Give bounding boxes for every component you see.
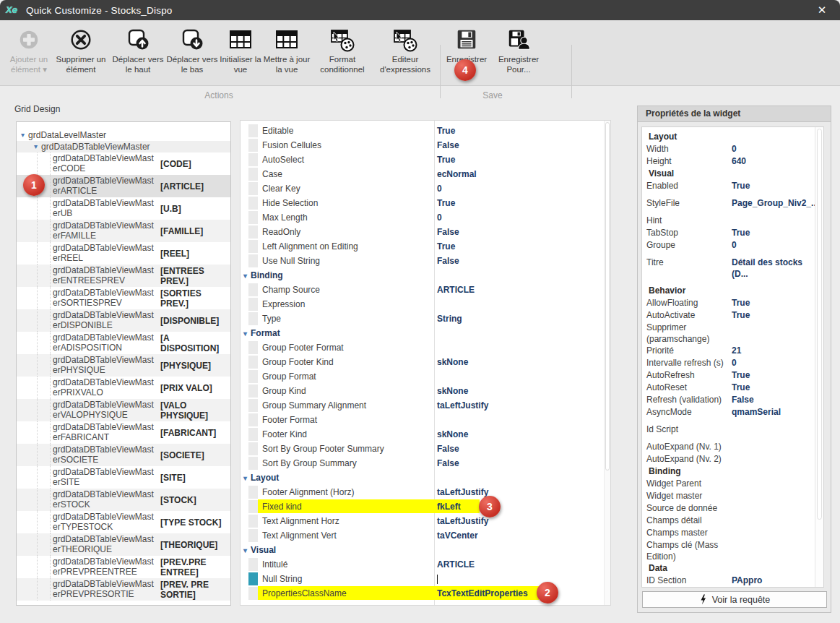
widget-property-row[interactable]: ID QueryL_StockDispo [646, 587, 813, 588]
widget-section-row[interactable]: Data [646, 562, 813, 575]
widget-section-row[interactable]: Behavior [646, 285, 813, 297]
widget-property-row[interactable]: AllowFloatingTrue [646, 297, 813, 309]
property-row[interactable]: Group Footer KindskNone [241, 355, 610, 369]
save-for-button[interactable]: Enregistrer Pour... [491, 25, 546, 74]
tree-column-row[interactable]: grdDataDBTableViewMasterFABRICANT[FABRIC… [17, 421, 230, 444]
property-row[interactable]: EditableTrue [241, 124, 610, 138]
widget-property-row[interactable]: ID SectionPAppro [646, 575, 813, 587]
property-row[interactable]: ReadOnlyFalse [241, 225, 610, 239]
tree-column-row[interactable]: grdDataDBTableViewMasterADISPOSITION[A D… [17, 332, 230, 354]
widget-property-row[interactable]: Refresh (validation)False [646, 394, 813, 406]
tree-column-row[interactable]: grdDataDBTableViewMasterDISPONIBLE[DISPO… [17, 309, 230, 332]
widget-property-row[interactable]: AutoExpand (Nv. 1) [646, 441, 813, 453]
tree-column-row[interactable]: grdDataDBTableViewMasterSTOCK[STOCK] [17, 489, 230, 511]
property-row[interactable]: IntituléARTICLE [241, 557, 610, 572]
widget-section-row[interactable]: Visual [646, 168, 813, 180]
property-row[interactable]: Sort By Group Footer SummaryFalse [241, 442, 610, 456]
widget-property-row[interactable]: Widget master [646, 490, 813, 502]
widget-property-row[interactable]: Width0 [646, 143, 813, 155]
widget-property-row[interactable]: Priorité21 [646, 345, 813, 357]
tree-node-tableview[interactable]: ▾grdDataDBTableViewMaster [17, 141, 230, 152]
widget-scrollbar[interactable] [815, 127, 823, 587]
property-row[interactable]: Footer Alignment (Horz)taLeftJustify [241, 485, 610, 499]
widget-property-row[interactable]: Id Script [646, 424, 813, 436]
property-row[interactable]: Expression [241, 297, 610, 312]
property-section-row[interactable]: ▾Binding [241, 268, 610, 283]
tree-column-row[interactable]: grdDataDBTableViewMasterTYPESTOCK[TYPE S… [17, 511, 230, 533]
property-row[interactable]: Group KindskNone [241, 384, 610, 398]
middle-scrollbar[interactable] [604, 121, 610, 605]
property-row[interactable]: Hide SelectionTrue [241, 196, 610, 210]
property-row[interactable]: Fixed kindfkLeft [241, 499, 610, 514]
tree-column-row[interactable]: grdDataDBTableViewMasterARTICLE[ARTICLE] [17, 175, 230, 197]
tree-column-row[interactable]: grdDataDBTableViewMasterSOCIETE[SOCIETE] [17, 444, 230, 466]
widget-property-row[interactable]: Hint [646, 215, 813, 227]
property-row[interactable]: Use Null StringFalse [241, 254, 610, 268]
widget-property-name: Hint [646, 215, 732, 227]
tree-column-row[interactable]: grdDataDBTableViewMasterCODE[CODE] [17, 152, 230, 175]
property-section-row[interactable]: ▾Visual [241, 543, 610, 557]
property-section-row[interactable]: ▾Layout [241, 471, 610, 485]
widget-property-row[interactable]: Champs détail [646, 515, 813, 527]
widget-property-row[interactable]: AsyncModeqmamSerial [646, 406, 813, 418]
tree-column-row[interactable]: grdDataDBTableViewMasterENTREESPREV[ENTR… [17, 265, 230, 287]
move-up-button[interactable]: Déplacer vers le haut [110, 25, 166, 74]
property-row[interactable]: Group Summary AlignmenttaLeftJustify [241, 398, 610, 413]
tree-column-row[interactable]: grdDataDBTableViewMasterTHEORIQUE[THEORI… [17, 533, 230, 556]
widget-property-row[interactable]: Widget Parent [646, 478, 813, 490]
widget-property-row[interactable]: EnabledTrue [646, 180, 813, 192]
property-row[interactable]: CaseecNormal [241, 167, 610, 181]
tree-column-row[interactable]: grdDataDBTableViewMasterREEL[REEL] [17, 242, 230, 265]
property-row[interactable]: Sort By Group SummaryFalse [241, 456, 610, 471]
tree-column-row[interactable]: grdDataDBTableViewMasterPREVPRESORTIE[PR… [17, 578, 230, 601]
view-query-button[interactable]: Voir la requête [642, 591, 827, 608]
tree-column-row[interactable]: grdDataDBTableViewMasterVALOPHYSIQUE[VAL… [17, 399, 230, 421]
property-row[interactable]: Footer Format [241, 413, 610, 427]
init-view-button[interactable]: Initialiser la vue [218, 25, 263, 74]
widget-property-row[interactable]: StyleFilePage_Group_Niv2_... [646, 197, 813, 210]
tree-column-row[interactable]: grdDataDBTableViewMasterPHYSIQUE[PHYSIQU… [17, 354, 230, 377]
move-down-button[interactable]: Déplacer vers le bas [166, 25, 218, 74]
property-row[interactable]: Group Format [241, 369, 610, 384]
widget-property-row[interactable]: TabStopTrue [646, 227, 813, 239]
conditional-format-button[interactable]: Format conditionnel [311, 25, 374, 74]
widget-property-row[interactable]: Supprimer (paramschange) [646, 322, 813, 345]
tree-column-row[interactable]: grdDataDBTableViewMasterPREVPREENTREE[PR… [17, 556, 230, 578]
tree-column-row[interactable]: grdDataDBTableViewMasterUB[U.B] [17, 197, 230, 220]
property-row[interactable]: Group Footer Format [241, 340, 610, 355]
widget-property-row[interactable]: AutoRefreshTrue [646, 369, 813, 382]
add-element-button[interactable]: Ajouter un élément ▾ [6, 25, 52, 74]
tree-column-row[interactable]: grdDataDBTableViewMasterPRIXVALO[PRIX VA… [17, 377, 230, 399]
widget-property-row[interactable]: Champs master [646, 527, 813, 539]
expression-editor-button[interactable]: Editeur d'expressions [374, 25, 436, 74]
close-icon[interactable]: ✕ [813, 4, 831, 17]
property-section-row[interactable]: ▾Format [241, 326, 610, 340]
widget-property-row[interactable]: AutoResetTrue [646, 382, 813, 394]
tree-column-row[interactable]: grdDataDBTableViewMasterFAMILLE[FAMILLE] [17, 220, 230, 242]
property-row[interactable]: Text Alignment VerttaVCenter [241, 528, 610, 543]
widget-property-row[interactable]: AutoExpand (Nv. 2) [646, 453, 813, 465]
tree-node-root[interactable]: ▾grdDataLevelMaster [17, 129, 230, 141]
widget-property-row[interactable]: Champs clé (Mass Edition) [646, 539, 813, 562]
tree-column-row[interactable]: grdDataDBTableViewMasterSITE[SITE] [17, 466, 230, 489]
property-row[interactable]: TypeString [241, 312, 610, 326]
widget-property-row[interactable]: AutoActivateTrue [646, 309, 813, 322]
widget-property-row[interactable]: Groupe0 [646, 239, 813, 252]
widget-property-row[interactable]: Intervalle refresh (s)0 [646, 357, 813, 369]
property-row[interactable]: Fusion CellulesFalse [241, 138, 610, 152]
property-row[interactable]: Left Alignment on EditingTrue [241, 239, 610, 254]
widget-section-row[interactable]: Binding [646, 465, 813, 478]
tree-column-row[interactable]: grdDataDBTableViewMasterSORTIESPREV[SORT… [17, 287, 230, 309]
property-row[interactable]: Clear Key0 [241, 181, 610, 196]
property-row[interactable]: Footer KindskNone [241, 427, 610, 442]
property-row[interactable]: AutoSelectTrue [241, 152, 610, 167]
widget-property-row[interactable]: TitreDétail des stocks (D... [646, 257, 813, 280]
property-row[interactable]: Champ SourceARTICLE [241, 283, 610, 297]
widget-section-row[interactable]: Layout [646, 131, 813, 143]
delete-element-button[interactable]: Supprimer un élément [52, 25, 110, 74]
widget-property-row[interactable]: Height640 [646, 155, 813, 168]
widget-property-row[interactable]: Source de donnée [646, 502, 813, 515]
property-row[interactable]: Text Alignment HorztaLeftJustify [241, 514, 610, 528]
update-view-button[interactable]: Mettre à jour la vue [263, 25, 311, 74]
property-row[interactable]: Max Length0 [241, 210, 610, 225]
